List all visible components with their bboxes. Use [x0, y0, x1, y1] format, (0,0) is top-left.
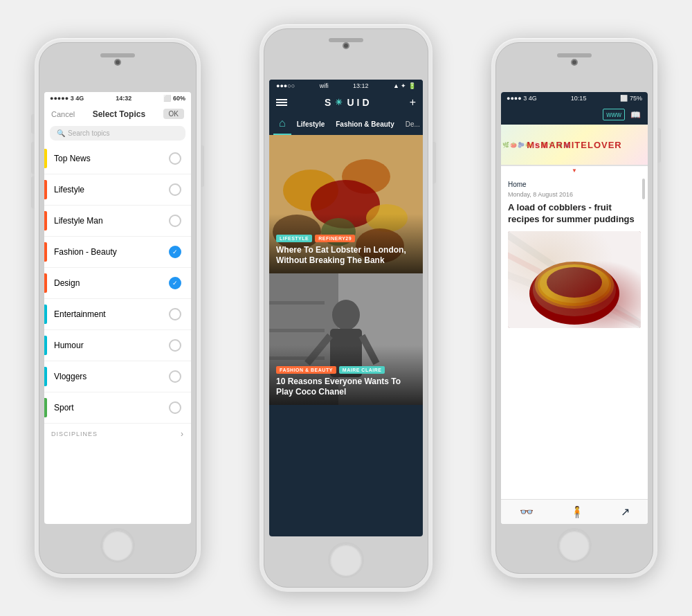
svg-line-20: [508, 231, 641, 328]
svg-point-26: [540, 264, 609, 303]
phone-right: ●●●● 3 4G 10:15 ⬜ 75% www 📖 🌿🍅🫐🍋🌸🍓🌱🫒🍇 M: [491, 38, 657, 578]
topic-check-entertainment[interactable]: [169, 308, 181, 320]
topic-name-vloggers: Vloggers: [54, 372, 169, 381]
list-item[interactable]: Sport: [44, 392, 191, 424]
topic-check-humour[interactable]: [169, 339, 181, 352]
article-image: [508, 231, 641, 328]
left-time: 14:32: [116, 95, 131, 102]
topic-check-vloggers[interactable]: [169, 370, 181, 383]
article-body: Home Monday, 8 August 2016 A load of cob…: [501, 175, 648, 334]
center-header: S☀UID +: [269, 92, 423, 113]
topic-check-top-news[interactable]: [169, 152, 181, 165]
news-card-food: LIFESTYLE REFINERY29 Where To Eat Lobste…: [269, 135, 423, 273]
add-button[interactable]: +: [410, 96, 416, 109]
topic-check-lifestyle[interactable]: [169, 183, 181, 196]
list-item[interactable]: Lifestyle: [44, 174, 191, 206]
topic-check-fashion-beauty[interactable]: ✓: [169, 246, 181, 258]
left-signal: ●●●●● 3 4G: [50, 95, 84, 102]
center-icons: ▲ ✦ 🔋: [393, 82, 416, 89]
nav-tab-more[interactable]: De...: [400, 116, 423, 132]
left-top-bar: Cancel Select Topics OK: [44, 105, 191, 123]
svg-line-22: [508, 273, 641, 328]
card-title-coco-chanel: 10 Reasons Everyone Wants To Play Coco C…: [276, 377, 416, 398]
disciplines-arrow: ›: [181, 429, 184, 439]
center-nav-tabs: ⌂ Lifestyle Fashion & Beauty De...: [269, 113, 423, 135]
svg-rect-16: [269, 329, 325, 332]
topic-name-top-news: Top News: [54, 154, 169, 163]
nav-tab-fashion-beauty[interactable]: Fashion & Beauty: [330, 116, 399, 132]
svg-point-27: [547, 267, 602, 298]
center-wifi: wifi: [320, 82, 329, 89]
svg-rect-18: [508, 231, 641, 328]
card-tag-refinery: REFINERY29: [315, 235, 355, 242]
nav-home-tab[interactable]: ⌂: [273, 113, 291, 135]
search-placeholder: Search topics: [68, 129, 110, 137]
search-bar[interactable]: 🔍 Search topics: [50, 126, 185, 141]
glasses-icon[interactable]: 👓: [520, 505, 534, 518]
center-phone-screen: ●●●○○ wifi 13:12 ▲ ✦ 🔋 S☀UID +: [269, 80, 423, 536]
topic-check-design[interactable]: ✓: [169, 277, 181, 289]
left-status-bar: ●●●●● 3 4G 14:32 ⬜ 60%: [44, 92, 191, 105]
article-date: Monday, 8 August 2016: [508, 191, 641, 198]
topic-check-lifestyle-man[interactable]: [169, 215, 181, 227]
right-time: 10:15: [571, 95, 587, 102]
disciplines-label: DISCIPLINES ›: [44, 424, 191, 444]
list-item[interactable]: Design ✓: [44, 268, 191, 299]
person-icon[interactable]: 🧍: [570, 505, 584, 518]
svg-rect-15: [269, 301, 325, 305]
center-time: 13:12: [353, 82, 369, 89]
right-status-bar: ●●●● 3 4G 10:15 ⬜ 75%: [501, 92, 648, 105]
card-tag-maire-claire: MAIRE CLAIRE: [339, 366, 385, 374]
center-home-button[interactable]: [328, 542, 364, 578]
select-topics-title: Select Topics: [93, 109, 145, 119]
topic-list: Top News Lifestyle Lifestyle Man: [44, 143, 191, 424]
scroll-indicator: [642, 179, 645, 199]
right-battery: ⬜ 75%: [620, 95, 642, 102]
phone-left: ●●●●● 3 4G 14:32 ⬜ 60% Cancel Select Top…: [35, 38, 201, 578]
right-bottom-nav: 👓 🧍 ↗: [501, 499, 648, 524]
ok-button[interactable]: OK: [163, 109, 184, 119]
topic-check-sport[interactable]: [169, 401, 181, 414]
search-icon: 🔍: [57, 129, 65, 137]
left-phone-screen: ●●●●● 3 4G 14:32 ⬜ 60% Cancel Select Top…: [44, 92, 191, 524]
right-header: www 📖: [501, 105, 648, 125]
topic-name-lifestyle-man: Lifestyle Man: [54, 216, 169, 226]
list-item[interactable]: Top News: [44, 143, 191, 174]
menu-button[interactable]: [276, 99, 287, 106]
cancel-button[interactable]: Cancel: [51, 110, 75, 118]
center-dots: ●●●○○: [276, 82, 295, 89]
card-title-lobster: Where To Eat Lobster in London, Without …: [276, 245, 416, 266]
list-item[interactable]: Humour: [44, 330, 191, 361]
card-tag-lifestyle: LIFESTYLE: [276, 235, 312, 242]
article-home-link[interactable]: Home: [508, 181, 641, 188]
svg-point-11: [332, 300, 360, 330]
scene: ●●●●● 3 4G 14:32 ⬜ 60% Cancel Select Top…: [14, 17, 678, 599]
right-signal: ●●●● 3 4G: [507, 95, 537, 102]
card-overlay-fashion: FASHION & BEAUTY MAIRE CLAIRE 10 Reasons…: [269, 345, 423, 405]
topic-name-lifestyle: Lifestyle: [54, 185, 169, 194]
topic-name-humour: Humour: [54, 341, 169, 350]
svg-line-21: [508, 252, 641, 328]
list-item[interactable]: Entertainment: [44, 299, 191, 330]
squid-logo: S☀UID: [325, 97, 372, 108]
www-icon[interactable]: www: [603, 109, 625, 120]
topic-name-sport: Sport: [54, 403, 169, 413]
book-icon[interactable]: 📖: [630, 110, 641, 120]
svg-point-23: [529, 262, 619, 325]
card-tag-fashion-beauty: FASHION & BEAUTY: [276, 366, 336, 374]
list-item[interactable]: Vloggers: [44, 361, 191, 392]
svg-point-24: [533, 264, 616, 316]
left-home-button[interactable]: [100, 528, 135, 563]
share-icon[interactable]: ↗: [621, 505, 630, 518]
nav-tab-lifestyle[interactable]: Lifestyle: [291, 116, 331, 132]
right-home-button[interactable]: [557, 528, 592, 563]
topic-name-fashion-beauty: Fashion - Beauty: [54, 247, 169, 257]
left-battery: ⬜ 60%: [163, 95, 185, 102]
svg-point-25: [536, 263, 612, 307]
phone-center: ●●●○○ wifi 13:12 ▲ ✦ 🔋 S☀UID +: [260, 24, 432, 592]
center-status-bar: ●●●○○ wifi 13:12 ▲ ✦ 🔋: [269, 80, 423, 92]
svg-rect-19: [508, 231, 641, 328]
svg-point-28: [536, 263, 612, 307]
list-item[interactable]: Fashion - Beauty ✓: [44, 237, 191, 268]
list-item[interactable]: Lifestyle Man: [44, 206, 191, 237]
